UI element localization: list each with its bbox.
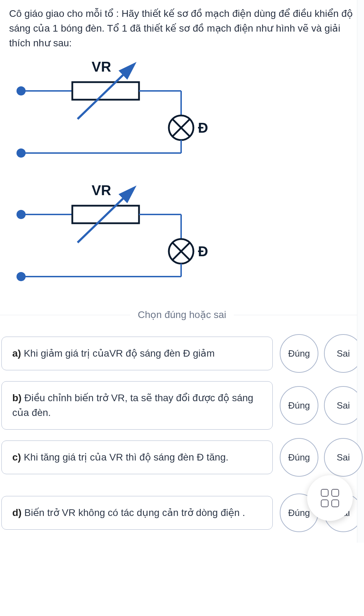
bulb-label: Đ	[198, 120, 208, 135]
option-key: c)	[12, 452, 21, 463]
option-key: b)	[12, 392, 21, 403]
question-block: Cô giáo giao cho mỗi tổ : Hãy thiết kế s…	[0, 0, 364, 305]
section-divider: Chọn đúng hoặc sai	[0, 307, 364, 322]
option-key: d)	[12, 507, 21, 518]
option-card: b) Điều chỉnh biến trở VR, ta sẽ thay đổ…	[1, 381, 273, 430]
divider-line	[234, 315, 364, 315]
option-key: a)	[12, 348, 21, 359]
true-button[interactable]: Đúng	[280, 386, 318, 425]
true-button[interactable]: Đúng	[280, 334, 318, 373]
option-text: Khi tăng giá trị của VR thì độ sáng đèn …	[24, 452, 229, 463]
grid-menu-button[interactable]	[307, 475, 353, 521]
bulb-label: Đ	[198, 244, 208, 259]
option-row-a: a) Khi giảm giá trị củaVR độ sáng đèn Đ …	[1, 334, 363, 373]
option-text: Điều chỉnh biến trở VR, ta sẽ thay đổi đ…	[12, 392, 253, 418]
option-text: Khi giảm giá trị củaVR độ sáng đèn Đ giả…	[24, 348, 215, 359]
option-row-b: b) Điều chỉnh biến trở VR, ta sẽ thay đổ…	[1, 381, 363, 430]
option-card: c) Khi tăng giá trị của VR thì độ sáng đ…	[1, 441, 273, 474]
divider-label: Chọn đúng hoặc sai	[138, 307, 226, 322]
svg-point-11	[16, 148, 26, 158]
grid-icon	[321, 489, 339, 507]
circuit-diagram-1: VR Đ	[9, 58, 355, 181]
true-button[interactable]: Đúng	[280, 438, 318, 477]
option-card: d) Biến trở VR không có tác dụng cản trở…	[1, 496, 273, 530]
options-list: a) Khi giảm giá trị củaVR độ sáng đèn Đ …	[0, 334, 364, 543]
option-card: a) Khi giảm giá trị củaVR độ sáng đèn Đ …	[1, 337, 273, 370]
circuit-diagram-2: VR Đ	[9, 181, 355, 305]
vr-label: VR	[92, 59, 111, 74]
false-button[interactable]: Sai	[324, 438, 363, 477]
option-row-c: c) Khi tăng giá trị của VR thì độ sáng đ…	[1, 438, 363, 477]
question-text: Cô giáo giao cho mỗi tổ : Hãy thiết kế s…	[9, 6, 355, 51]
svg-point-23	[16, 272, 26, 281]
option-text: Biến trở VR không có tác dụng cản trở dò…	[24, 507, 245, 518]
vr-label: VR	[92, 183, 111, 198]
divider-line	[0, 315, 130, 315]
